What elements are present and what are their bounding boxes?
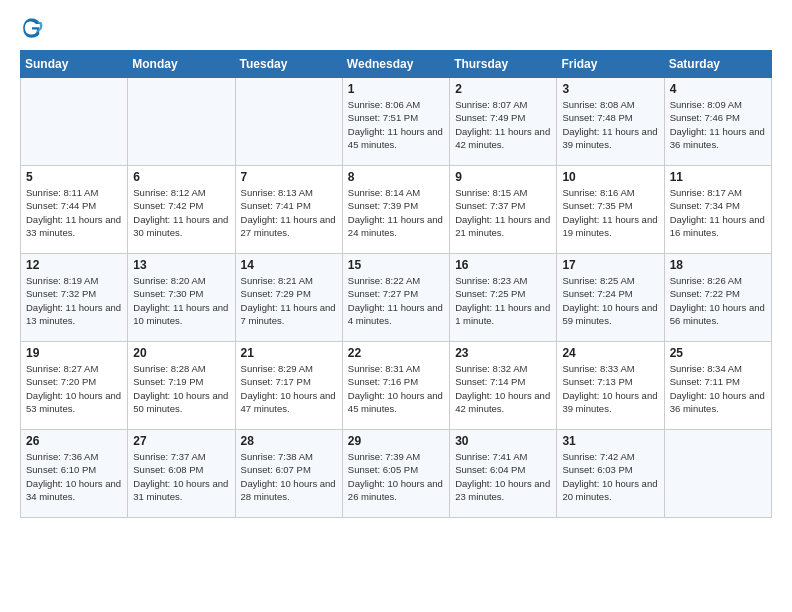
- day-number: 17: [562, 258, 658, 272]
- day-info: Sunrise: 8:19 AM Sunset: 7:32 PM Dayligh…: [26, 274, 122, 327]
- day-number: 5: [26, 170, 122, 184]
- calendar-cell: 18Sunrise: 8:26 AM Sunset: 7:22 PM Dayli…: [664, 254, 771, 342]
- day-number: 1: [348, 82, 444, 96]
- calendar-body: 1Sunrise: 8:06 AM Sunset: 7:51 PM Daylig…: [21, 78, 772, 518]
- calendar-cell: 13Sunrise: 8:20 AM Sunset: 7:30 PM Dayli…: [128, 254, 235, 342]
- day-info: Sunrise: 8:12 AM Sunset: 7:42 PM Dayligh…: [133, 186, 229, 239]
- day-info: Sunrise: 8:20 AM Sunset: 7:30 PM Dayligh…: [133, 274, 229, 327]
- day-number: 26: [26, 434, 122, 448]
- day-info: Sunrise: 7:37 AM Sunset: 6:08 PM Dayligh…: [133, 450, 229, 503]
- calendar-cell: 17Sunrise: 8:25 AM Sunset: 7:24 PM Dayli…: [557, 254, 664, 342]
- day-info: Sunrise: 8:14 AM Sunset: 7:39 PM Dayligh…: [348, 186, 444, 239]
- day-number: 23: [455, 346, 551, 360]
- day-number: 12: [26, 258, 122, 272]
- day-number: 15: [348, 258, 444, 272]
- calendar-cell: 21Sunrise: 8:29 AM Sunset: 7:17 PM Dayli…: [235, 342, 342, 430]
- calendar-cell: 16Sunrise: 8:23 AM Sunset: 7:25 PM Dayli…: [450, 254, 557, 342]
- calendar-cell: 25Sunrise: 8:34 AM Sunset: 7:11 PM Dayli…: [664, 342, 771, 430]
- calendar-cell: 20Sunrise: 8:28 AM Sunset: 7:19 PM Dayli…: [128, 342, 235, 430]
- day-info: Sunrise: 8:32 AM Sunset: 7:14 PM Dayligh…: [455, 362, 551, 415]
- weekday-header-tuesday: Tuesday: [235, 51, 342, 78]
- calendar-cell: 12Sunrise: 8:19 AM Sunset: 7:32 PM Dayli…: [21, 254, 128, 342]
- day-info: Sunrise: 8:28 AM Sunset: 7:19 PM Dayligh…: [133, 362, 229, 415]
- day-number: 18: [670, 258, 766, 272]
- day-number: 30: [455, 434, 551, 448]
- calendar-cell: 30Sunrise: 7:41 AM Sunset: 6:04 PM Dayli…: [450, 430, 557, 518]
- weekday-row: SundayMondayTuesdayWednesdayThursdayFrid…: [21, 51, 772, 78]
- day-number: 29: [348, 434, 444, 448]
- day-number: 14: [241, 258, 337, 272]
- calendar-cell: [235, 78, 342, 166]
- calendar-week-2: 5Sunrise: 8:11 AM Sunset: 7:44 PM Daylig…: [21, 166, 772, 254]
- day-number: 16: [455, 258, 551, 272]
- day-info: Sunrise: 8:31 AM Sunset: 7:16 PM Dayligh…: [348, 362, 444, 415]
- calendar-cell: 24Sunrise: 8:33 AM Sunset: 7:13 PM Dayli…: [557, 342, 664, 430]
- weekday-header-thursday: Thursday: [450, 51, 557, 78]
- day-info: Sunrise: 7:36 AM Sunset: 6:10 PM Dayligh…: [26, 450, 122, 503]
- calendar-cell: 8Sunrise: 8:14 AM Sunset: 7:39 PM Daylig…: [342, 166, 449, 254]
- calendar-header: SundayMondayTuesdayWednesdayThursdayFrid…: [21, 51, 772, 78]
- day-info: Sunrise: 8:16 AM Sunset: 7:35 PM Dayligh…: [562, 186, 658, 239]
- logo-icon: [20, 16, 44, 40]
- day-info: Sunrise: 8:29 AM Sunset: 7:17 PM Dayligh…: [241, 362, 337, 415]
- weekday-header-friday: Friday: [557, 51, 664, 78]
- day-info: Sunrise: 7:38 AM Sunset: 6:07 PM Dayligh…: [241, 450, 337, 503]
- day-info: Sunrise: 8:11 AM Sunset: 7:44 PM Dayligh…: [26, 186, 122, 239]
- day-number: 19: [26, 346, 122, 360]
- calendar-cell: 14Sunrise: 8:21 AM Sunset: 7:29 PM Dayli…: [235, 254, 342, 342]
- day-info: Sunrise: 8:23 AM Sunset: 7:25 PM Dayligh…: [455, 274, 551, 327]
- calendar-cell: [664, 430, 771, 518]
- calendar-cell: 10Sunrise: 8:16 AM Sunset: 7:35 PM Dayli…: [557, 166, 664, 254]
- calendar-cell: 26Sunrise: 7:36 AM Sunset: 6:10 PM Dayli…: [21, 430, 128, 518]
- weekday-header-wednesday: Wednesday: [342, 51, 449, 78]
- day-number: 25: [670, 346, 766, 360]
- weekday-header-sunday: Sunday: [21, 51, 128, 78]
- page-header: [20, 16, 772, 40]
- calendar-week-3: 12Sunrise: 8:19 AM Sunset: 7:32 PM Dayli…: [21, 254, 772, 342]
- day-info: Sunrise: 8:21 AM Sunset: 7:29 PM Dayligh…: [241, 274, 337, 327]
- day-info: Sunrise: 8:08 AM Sunset: 7:48 PM Dayligh…: [562, 98, 658, 151]
- day-number: 4: [670, 82, 766, 96]
- calendar-cell: 6Sunrise: 8:12 AM Sunset: 7:42 PM Daylig…: [128, 166, 235, 254]
- day-info: Sunrise: 8:34 AM Sunset: 7:11 PM Dayligh…: [670, 362, 766, 415]
- day-number: 6: [133, 170, 229, 184]
- day-info: Sunrise: 7:39 AM Sunset: 6:05 PM Dayligh…: [348, 450, 444, 503]
- day-number: 28: [241, 434, 337, 448]
- calendar-cell: 28Sunrise: 7:38 AM Sunset: 6:07 PM Dayli…: [235, 430, 342, 518]
- day-info: Sunrise: 8:25 AM Sunset: 7:24 PM Dayligh…: [562, 274, 658, 327]
- calendar-week-1: 1Sunrise: 8:06 AM Sunset: 7:51 PM Daylig…: [21, 78, 772, 166]
- calendar-table: SundayMondayTuesdayWednesdayThursdayFrid…: [20, 50, 772, 518]
- calendar-cell: 7Sunrise: 8:13 AM Sunset: 7:41 PM Daylig…: [235, 166, 342, 254]
- day-number: 11: [670, 170, 766, 184]
- calendar-cell: 22Sunrise: 8:31 AM Sunset: 7:16 PM Dayli…: [342, 342, 449, 430]
- calendar-cell: 1Sunrise: 8:06 AM Sunset: 7:51 PM Daylig…: [342, 78, 449, 166]
- day-number: 21: [241, 346, 337, 360]
- day-number: 7: [241, 170, 337, 184]
- day-number: 20: [133, 346, 229, 360]
- day-number: 24: [562, 346, 658, 360]
- day-number: 10: [562, 170, 658, 184]
- calendar-cell: 9Sunrise: 8:15 AM Sunset: 7:37 PM Daylig…: [450, 166, 557, 254]
- calendar-cell: 2Sunrise: 8:07 AM Sunset: 7:49 PM Daylig…: [450, 78, 557, 166]
- day-info: Sunrise: 8:22 AM Sunset: 7:27 PM Dayligh…: [348, 274, 444, 327]
- calendar-cell: 5Sunrise: 8:11 AM Sunset: 7:44 PM Daylig…: [21, 166, 128, 254]
- day-info: Sunrise: 7:42 AM Sunset: 6:03 PM Dayligh…: [562, 450, 658, 503]
- calendar-cell: [21, 78, 128, 166]
- day-number: 22: [348, 346, 444, 360]
- calendar-cell: 31Sunrise: 7:42 AM Sunset: 6:03 PM Dayli…: [557, 430, 664, 518]
- calendar-cell: 27Sunrise: 7:37 AM Sunset: 6:08 PM Dayli…: [128, 430, 235, 518]
- day-number: 8: [348, 170, 444, 184]
- day-info: Sunrise: 8:33 AM Sunset: 7:13 PM Dayligh…: [562, 362, 658, 415]
- calendar-cell: 29Sunrise: 7:39 AM Sunset: 6:05 PM Dayli…: [342, 430, 449, 518]
- day-info: Sunrise: 7:41 AM Sunset: 6:04 PM Dayligh…: [455, 450, 551, 503]
- day-info: Sunrise: 8:26 AM Sunset: 7:22 PM Dayligh…: [670, 274, 766, 327]
- day-info: Sunrise: 8:15 AM Sunset: 7:37 PM Dayligh…: [455, 186, 551, 239]
- calendar-week-4: 19Sunrise: 8:27 AM Sunset: 7:20 PM Dayli…: [21, 342, 772, 430]
- weekday-header-monday: Monday: [128, 51, 235, 78]
- day-info: Sunrise: 8:13 AM Sunset: 7:41 PM Dayligh…: [241, 186, 337, 239]
- calendar-cell: 11Sunrise: 8:17 AM Sunset: 7:34 PM Dayli…: [664, 166, 771, 254]
- weekday-header-saturday: Saturday: [664, 51, 771, 78]
- calendar-cell: 4Sunrise: 8:09 AM Sunset: 7:46 PM Daylig…: [664, 78, 771, 166]
- calendar-cell: [128, 78, 235, 166]
- calendar-cell: 19Sunrise: 8:27 AM Sunset: 7:20 PM Dayli…: [21, 342, 128, 430]
